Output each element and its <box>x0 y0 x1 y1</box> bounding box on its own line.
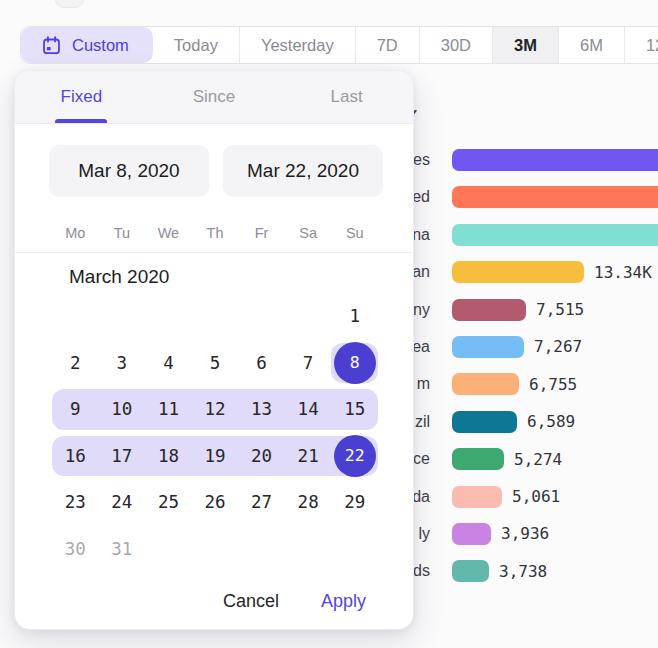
active-tab-underline <box>55 119 107 123</box>
month-title: March 2020 <box>69 266 169 288</box>
calendar-day-28[interactable]: 28 <box>285 479 332 526</box>
tab-last[interactable]: Last <box>280 71 413 123</box>
end-date-input[interactable]: Mar 22, 2020 <box>223 145 383 197</box>
chart-bar[interactable] <box>452 149 658 171</box>
calendar-day-empty <box>99 293 146 340</box>
calendar-day-9[interactable]: 9 <box>52 386 99 433</box>
calendar-day-6[interactable]: 6 <box>238 340 285 387</box>
calendar-day-31[interactable]: 31 <box>99 526 146 573</box>
calendar-day-25[interactable]: 25 <box>145 479 192 526</box>
calendar-day-16[interactable]: 16 <box>52 433 99 480</box>
day-number: 14 <box>298 399 319 419</box>
calendar-day-22[interactable]: 22 <box>331 433 378 480</box>
segment-12m[interactable]: 12M <box>624 27 658 63</box>
segment-yesterday[interactable]: Yesterday <box>239 27 355 63</box>
start-date-input[interactable]: Mar 8, 2020 <box>49 145 209 197</box>
chart-bar[interactable] <box>452 261 584 283</box>
day-number: 11 <box>158 399 179 419</box>
segment-today[interactable]: Today <box>153 27 239 63</box>
calendar-day-1[interactable]: 1 <box>331 293 378 340</box>
calendar-day-24[interactable]: 24 <box>99 479 146 526</box>
chart-bar[interactable] <box>452 448 504 470</box>
day-number: 25 <box>158 492 179 512</box>
chart-bar[interactable] <box>452 299 526 321</box>
chart-bar[interactable] <box>452 411 517 433</box>
day-number: 3 <box>117 353 128 373</box>
day-number: 19 <box>204 446 225 466</box>
calendar-day-2[interactable]: 2 <box>52 340 99 387</box>
calendar-day-14[interactable]: 14 <box>285 386 332 433</box>
date-range-inputs: Mar 8, 2020 Mar 22, 2020 <box>49 145 383 197</box>
calendar-day-13[interactable]: 13 <box>238 386 285 433</box>
weekday-th: Th <box>192 225 239 241</box>
day-number: 13 <box>251 399 272 419</box>
chart-bar[interactable] <box>452 224 658 246</box>
segment-30d[interactable]: 30D <box>419 27 492 63</box>
chart-bar[interactable] <box>452 486 502 508</box>
calendar-day-8[interactable]: 8 <box>331 340 378 387</box>
calendar-day-19[interactable]: 19 <box>192 433 239 480</box>
calendar-grid: 1234567891011121314151617181920212223242… <box>52 293 378 572</box>
day-number: 9 <box>70 399 81 419</box>
segment-custom-label: Custom <box>72 36 129 55</box>
calendar-day-21[interactable]: 21 <box>285 433 332 480</box>
weekday-tu: Tu <box>99 225 146 241</box>
calendar-day-18[interactable]: 18 <box>145 433 192 480</box>
calendar-day-27[interactable]: 27 <box>238 479 285 526</box>
chart-bar[interactable] <box>452 336 524 358</box>
chart-value-label: 6,755 <box>529 375 577 394</box>
calendar-day-empty <box>145 526 192 573</box>
chart-value-label: 7,267 <box>534 337 582 356</box>
segment-custom[interactable]: Custom <box>21 27 153 63</box>
date-picker-tabs: Fixed Since Last <box>15 71 413 124</box>
calendar-day-17[interactable]: 17 <box>99 433 146 480</box>
calendar-day-15[interactable]: 15 <box>331 386 378 433</box>
calendar-day-3[interactable]: 3 <box>99 340 146 387</box>
day-number: 27 <box>251 492 272 512</box>
chart-value-label: 13.34K <box>594 263 652 282</box>
weekday-sa: Sa <box>285 225 332 241</box>
calendar-day-empty <box>192 293 239 340</box>
day-number: 4 <box>163 353 174 373</box>
day-number: 24 <box>111 492 132 512</box>
segment-7d[interactable]: 7D <box>355 27 419 63</box>
calendar-day-20[interactable]: 20 <box>238 433 285 480</box>
calendar-day-12[interactable]: 12 <box>192 386 239 433</box>
chart-value-label: 5,061 <box>512 487 560 506</box>
calendar-day-10[interactable]: 10 <box>99 386 146 433</box>
time-range-segmented-control: Custom Today Yesterday 7D 30D 3M 6M 12M <box>20 26 658 64</box>
day-number: 29 <box>344 492 365 512</box>
segment-6m[interactable]: 6M <box>558 27 624 63</box>
calendar-day-empty <box>238 526 285 573</box>
weekday-su: Su <box>331 225 378 241</box>
calendar-day-11[interactable]: 11 <box>145 386 192 433</box>
tab-fixed[interactable]: Fixed <box>15 71 148 123</box>
calendar-day-29[interactable]: 29 <box>331 479 378 526</box>
day-number: 10 <box>111 399 132 419</box>
chart-bar[interactable] <box>452 373 519 395</box>
chart-bar[interactable] <box>452 560 489 582</box>
day-number: 18 <box>158 446 179 466</box>
calendar-day-23[interactable]: 23 <box>52 479 99 526</box>
calendar-day-empty <box>238 293 285 340</box>
tab-since[interactable]: Since <box>148 71 281 123</box>
calendar-day-empty <box>145 293 192 340</box>
date-picker-footer: Cancel Apply <box>15 583 413 619</box>
calendar-day-30[interactable]: 30 <box>52 526 99 573</box>
weekday-we: We <box>145 225 192 241</box>
chart-bar[interactable] <box>452 186 658 208</box>
chart-bar[interactable] <box>452 523 491 545</box>
calendar-day-5[interactable]: 5 <box>192 340 239 387</box>
cancel-button[interactable]: Cancel <box>223 591 279 612</box>
chart-value-label: 3,738 <box>499 562 547 581</box>
weekday-divider <box>15 252 413 253</box>
day-number: 21 <box>298 446 319 466</box>
calendar-day-7[interactable]: 7 <box>285 340 332 387</box>
chart-value-label: 3,936 <box>501 524 549 543</box>
calendar-day-empty <box>52 293 99 340</box>
segment-3m[interactable]: 3M <box>492 27 558 63</box>
chart-value-label: 7,515 <box>536 300 584 319</box>
apply-button[interactable]: Apply <box>321 591 366 612</box>
calendar-day-26[interactable]: 26 <box>192 479 239 526</box>
calendar-day-4[interactable]: 4 <box>145 340 192 387</box>
